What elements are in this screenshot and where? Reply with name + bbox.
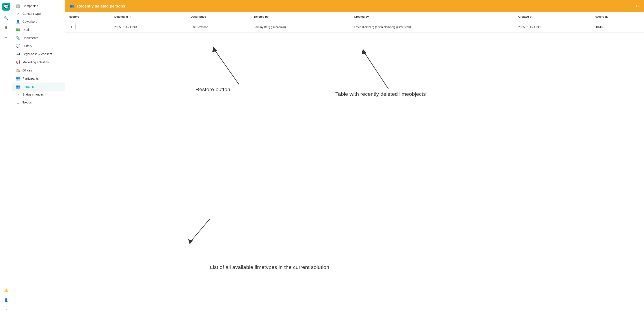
table-header-row: Restore Deleted at ↑ Descriptive Deleted… [65, 12, 644, 21]
marketing-icon: 📢 [16, 60, 20, 64]
content-wrapper: 👥 Recently deleted persons ↻ Restore Del… [65, 0, 644, 319]
svg-text:List of all available limetype: List of all available limetypes in the c… [210, 264, 330, 270]
companies-icon: 🏢 [16, 4, 20, 8]
col-deleted-by[interactable]: Deleted by [250, 12, 351, 21]
sidebar-label-consent: Consent type [22, 12, 62, 16]
cell-record-id: 20148 [591, 21, 644, 33]
col-created-at[interactable]: Created at [515, 12, 591, 21]
offices-icon: 🏠 [16, 68, 20, 72]
col-record-id[interactable]: Record ID [591, 12, 644, 21]
add-icon[interactable]: + [2, 34, 10, 42]
sidebar-item-persons[interactable]: 👥 Persons [12, 83, 65, 91]
cell-created-at: 2025-01-15 11:41 [515, 21, 591, 33]
sidebar-item-marketing[interactable]: 📢 Marketing activities [12, 58, 65, 66]
profile-icon[interactable]: 👤 [2, 296, 10, 304]
history-icon: 💬 [16, 44, 20, 48]
sidebar-item-coworkers[interactable]: 👤 Coworkers [12, 18, 65, 26]
table-area: Restore Deleted at ↑ Descriptive Deleted… [65, 12, 644, 319]
sidebar-label-companies: Companies [22, 4, 62, 8]
svg-line-0 [215, 50, 239, 84]
sidebar-item-status-changes[interactable]: ▪ Status changes [12, 91, 65, 98]
cell-deleted-by: Tommy Berg (limeadmin) [250, 21, 351, 33]
consent-icon: ✓ [16, 12, 20, 16]
bell-icon[interactable]: 🔔 [2, 286, 10, 294]
header-bar: 👥 Recently deleted persons ↻ [65, 0, 644, 12]
annotation-overlay: Restore button Table with recently delet… [65, 12, 644, 319]
deleted-persons-table: Restore Deleted at ↑ Descriptive Deleted… [65, 12, 644, 33]
status-icon: ▪ [16, 93, 20, 96]
sidebar-item-participants[interactable]: 👥 Participants [12, 74, 65, 83]
refresh-button[interactable]: ↻ [635, 3, 640, 9]
sidebar-item-companies[interactable]: 🏢 Companies [12, 2, 65, 10]
table-row: ↩ 2025-01-15 11:43 Emil Testsson Tommy B… [65, 21, 644, 33]
cell-restore: ↩ [65, 21, 111, 33]
sidebar: 🏢 Companies ✓ Consent type 👤 Coworkers 💵… [12, 0, 65, 319]
grid-icon[interactable]: ⠿ [2, 24, 10, 32]
sidebar-label-participants: Participants [22, 77, 62, 80]
search-icon[interactable]: 🔍 [2, 14, 10, 22]
sidebar-label-status: Status changes [22, 93, 62, 96]
col-restore[interactable]: Restore [65, 12, 111, 21]
col-created-by[interactable]: Created by [350, 12, 515, 21]
persons-icon: 👥 [16, 85, 20, 89]
participants-icon: 👥 [16, 76, 20, 81]
svg-text:Restore button: Restore button [196, 87, 230, 92]
icon-rail: 💬 🔍 ⠿ + 🔔 👤 > [0, 0, 12, 319]
col-descriptive[interactable]: Descriptive [187, 12, 250, 21]
svg-marker-4 [362, 49, 367, 54]
col-deleted-at[interactable]: Deleted at ↑ [111, 12, 187, 21]
todos-icon: ☰ [16, 100, 20, 104]
page-title: Recently deleted persons [77, 4, 632, 9]
sidebar-item-offices[interactable]: 🏠 Offices [12, 66, 65, 74]
coworkers-icon: 👤 [16, 20, 20, 24]
sidebar-item-documents[interactable]: 📎 Documents [12, 34, 65, 42]
collapse-icon[interactable]: > [2, 306, 10, 314]
svg-line-6 [191, 219, 210, 242]
svg-marker-1 [212, 47, 217, 52]
sidebar-label-persons: Persons [22, 85, 62, 89]
sidebar-item-consent-type[interactable]: ✓ Consent type [12, 10, 65, 18]
sidebar-list: 🏢 Companies ✓ Consent type 👤 Coworkers 💵… [12, 0, 65, 319]
cell-descriptive: Emil Testsson [187, 21, 250, 33]
sidebar-item-legal[interactable]: 🏷 Legal base & consent [12, 50, 65, 58]
sidebar-label-deals: Deals [22, 28, 62, 32]
deals-icon: 💵 [16, 28, 20, 32]
sidebar-label-coworkers: Coworkers [22, 20, 62, 23]
sidebar-item-todos[interactable]: ☰ To-dos [12, 98, 65, 106]
sidebar-label-history: History [22, 44, 62, 48]
app-logo: 💬 [2, 3, 10, 11]
sidebar-item-deals[interactable]: 💵 Deals [12, 26, 65, 34]
restore-button[interactable]: ↩ [69, 24, 76, 30]
cell-created-by: Edvin Blomberg (edvin.blomberg@lime.tech… [350, 21, 515, 33]
legal-icon: 🏷 [16, 52, 20, 56]
cell-deleted-at: 2025-01-15 11:43 [111, 21, 187, 33]
sidebar-label-marketing: Marketing activities [22, 61, 62, 64]
svg-text:Table with recently deleted li: Table with recently deleted limeobjects [335, 91, 426, 97]
sidebar-label-documents: Documents [22, 36, 62, 40]
sidebar-label-legal: Legal base & consent [22, 52, 62, 56]
header-persons-icon: 👥 [70, 4, 74, 9]
sidebar-label-offices: Offices [22, 69, 62, 72]
sort-icon-deleted-at: ↑ [130, 15, 131, 18]
sidebar-item-history[interactable]: 💬 History [12, 42, 65, 50]
documents-icon: 📎 [16, 36, 20, 40]
svg-line-3 [364, 53, 388, 89]
svg-marker-7 [188, 239, 193, 244]
sidebar-label-todos: To-dos [22, 101, 62, 104]
